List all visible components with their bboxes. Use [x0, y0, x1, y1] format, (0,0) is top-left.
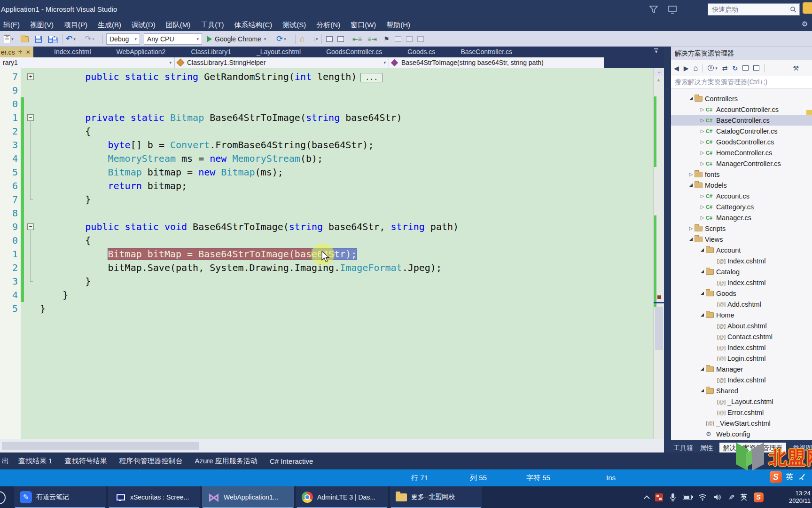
back-icon[interactable]: ◀: [674, 64, 679, 72]
tree-item--layout-cshtml[interactable]: [@]_Layout.cshtml: [671, 396, 812, 407]
tab-properties[interactable]: 属性: [700, 444, 713, 452]
menu-tools[interactable]: 工具(T): [195, 19, 229, 31]
search-icon[interactable]: [790, 6, 797, 13]
tray-language-indicator[interactable]: 英: [741, 493, 748, 502]
tree-item-web-config[interactable]: ⚙Web.config: [671, 429, 812, 439]
pending-changes-filter-icon[interactable]: ▾: [708, 65, 718, 71]
tree-expanded-icon[interactable]: [699, 248, 706, 252]
code-line[interactable]: {: [40, 125, 91, 138]
send-feedback-monitor-icon[interactable]: [667, 4, 678, 15]
tree-collapsed-icon[interactable]: ▷: [699, 204, 706, 209]
refresh-button[interactable]: ⟳▾: [276, 34, 286, 44]
tab-class-view[interactable]: 类视图: [793, 444, 812, 452]
tree-item-accountcontroller-cs[interactable]: ▷C#AccountController.cs: [671, 104, 812, 115]
code-line[interactable]: }: [40, 275, 91, 288]
menu-analyze[interactable]: 分析(N): [311, 19, 345, 31]
redo-button[interactable]: ↷▾: [85, 34, 94, 44]
microphone-icon[interactable]: [669, 493, 677, 501]
tree-collapsed-icon[interactable]: ▷: [687, 172, 695, 177]
code-line[interactable]: public static string GetRandomString(int…: [40, 70, 383, 85]
tree-item-login-cshtml[interactable]: [@]Login.cshtml: [671, 353, 812, 364]
scroll-up-arrow[interactable]: ▲: [656, 78, 661, 82]
tree-item-models[interactable]: Models: [671, 180, 812, 190]
tree-expanded-icon[interactable]: [699, 313, 706, 317]
tree-item-cattegory-cs[interactable]: ▷C#Cattegory.cs: [671, 201, 812, 212]
navigate-forward-icon[interactable]: [337, 34, 344, 44]
new-item-button[interactable]: ✦▾: [4, 34, 14, 44]
solution-search-input[interactable]: 搜索解决方案资源管理器(Ctrl+;): [671, 76, 812, 88]
menu-build[interactable]: 生成(B): [93, 19, 126, 31]
settings-gear-icon[interactable]: ⚙: [802, 20, 808, 28]
horizontal-scroll-thumb[interactable]: [2, 442, 199, 450]
tree-collapsed-icon[interactable]: ▷: [699, 150, 706, 155]
menu-window[interactable]: 窗口(W): [345, 19, 381, 31]
quick-launch-input[interactable]: 快速启动: [708, 3, 800, 16]
tree-expanded-icon[interactable]: [699, 270, 706, 273]
fold-toggle[interactable]: +: [27, 73, 34, 80]
tree-item-views[interactable]: Views: [671, 234, 812, 245]
split-editor-handle[interactable]: ÷: [654, 69, 664, 76]
tree-item-catalogcontroller-cs[interactable]: ▷C#CatalogController.cs: [671, 126, 812, 136]
properties-wrench-icon[interactable]: ⚒: [793, 64, 799, 72]
tree-item-manager[interactable]: Manager: [671, 364, 812, 374]
tree-item--viewstart-cshtml[interactable]: [@]_ViewStart.cshtml: [671, 418, 812, 429]
tree-collapsed-icon[interactable]: ▷: [699, 193, 706, 198]
tree-collapsed-icon[interactable]: ▷: [699, 215, 706, 220]
tree-item-about-cshtml[interactable]: [@]About.cshtml: [671, 320, 812, 331]
status-character[interactable]: 字符 55: [526, 474, 550, 483]
sync-with-active-document-icon[interactable]: ⇄: [722, 64, 728, 72]
feedback-funnel-icon[interactable]: [648, 4, 659, 15]
tree-collapsed-icon[interactable]: ▷: [687, 226, 695, 231]
increase-indent-icon[interactable]: ≡⇥: [367, 34, 377, 44]
tree-item-index-cshtml[interactable]: [@]Index.cshtml: [671, 342, 812, 353]
member-dropdown[interactable]: Base64StrToImage(string base64Str, strin…: [389, 57, 604, 68]
tree-item-catalog[interactable]: Catalog: [671, 266, 812, 277]
tab-layout-cshtml[interactable]: _Layout.cshtml: [244, 47, 313, 57]
project-dropdown[interactable]: rary1▾: [0, 57, 175, 68]
fold-toggle[interactable]: −: [27, 223, 34, 230]
menu-project[interactable]: 项目(P): [59, 19, 93, 31]
type-dropdown[interactable]: ClassLibrary1.StringHelper▾: [175, 57, 389, 68]
tree-expanded-icon[interactable]: [687, 183, 695, 187]
taskbar-clock[interactable]: 13:24 2020/11: [778, 490, 811, 505]
bookmark-icon[interactable]: ⚑: [383, 34, 390, 44]
tree-expanded-icon[interactable]: [699, 389, 706, 392]
tree-item-add-cshtml[interactable]: [@]Add.cshtml: [671, 299, 812, 310]
code-line[interactable]: }: [40, 193, 91, 206]
tree-item-account-cs[interactable]: ▷C#Account.cs: [671, 190, 812, 201]
chevron-up-icon[interactable]: [644, 495, 650, 501]
menu-edit[interactable]: 辑(E): [0, 19, 25, 31]
tab-goods-cs[interactable]: Goods.cs: [395, 47, 448, 57]
ime-mini-toolbar-icon[interactable]: [803, 2, 812, 14]
code-line[interactable]: }: [40, 288, 68, 302]
pin-tab-icon[interactable]: ✛: [18, 49, 23, 55]
tree-item-index-cshtml[interactable]: [@]Index.cshtml: [671, 374, 812, 385]
ime-toolbar[interactable]: S 英: [770, 471, 806, 483]
code-line[interactable]: bitMap.Save(path, System.Drawing.Imaging…: [40, 261, 442, 275]
taskbar-item-visual-studio[interactable]: ⋈ WebApplication1...: [202, 486, 294, 508]
tab-find-results-1[interactable]: 查找结果 1: [18, 457, 53, 466]
tree-item-homecontroller-cs[interactable]: ▷C#HomeController.cs: [671, 147, 812, 158]
tree-item-account[interactable]: Account: [671, 245, 812, 255]
solution-explorer-title[interactable]: 解决方案资源管理器: [671, 47, 812, 60]
start-debug-button[interactable]: Google Chrome▾: [207, 34, 266, 44]
code-line[interactable]: }: [40, 302, 46, 316]
forward-icon[interactable]: ▶: [684, 64, 689, 72]
battery-icon[interactable]: [683, 495, 692, 500]
taskbar-item-youdao[interactable]: ✎ 有道云笔记: [14, 486, 106, 508]
vertical-scrollbar[interactable]: ÷ ▲ ▼: [653, 68, 664, 452]
code-line[interactable]: MemoryStream ms = new MemoryStream(b);: [40, 152, 323, 166]
menu-test[interactable]: 测试(S): [277, 19, 311, 31]
tree-collapsed-icon[interactable]: ▷: [699, 128, 706, 134]
ime-pen-icon[interactable]: [797, 472, 806, 482]
navigate-backward-icon[interactable]: [326, 34, 333, 44]
tab-webapplication2[interactable]: WebApplication2: [104, 47, 179, 57]
pen-input-icon[interactable]: ✎: [727, 494, 735, 500]
sogou-icon[interactable]: S: [770, 471, 782, 483]
tree-expanded-icon[interactable]: [687, 238, 695, 241]
code-line[interactable]: Bitmap bitMap = Base64StrToImage(base64S…: [40, 247, 357, 261]
ime-language-indicator[interactable]: 英: [786, 472, 793, 482]
code-line[interactable]: private static Bitmap Base64StrToImage(s…: [40, 111, 402, 125]
menu-architecture[interactable]: 体系结构(C): [229, 19, 277, 31]
tree-collapsed-icon[interactable]: ▷: [699, 107, 706, 112]
